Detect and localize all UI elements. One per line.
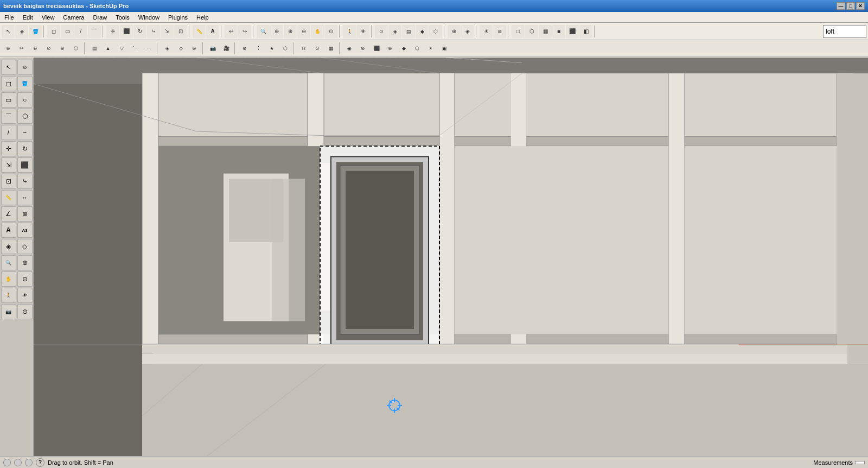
tb-rotate[interactable]: ↻ xyxy=(133,25,146,38)
tb2-vis4[interactable]: ⊕ xyxy=(384,42,397,55)
tb-push[interactable]: ⬛ xyxy=(120,25,133,38)
tb-ext1[interactable]: ⊙ xyxy=(375,25,388,38)
tb-shadows[interactable]: ☀ xyxy=(480,25,493,38)
side-rotate[interactable]: ↻ xyxy=(17,141,33,156)
side-pan[interactable]: ✋ xyxy=(1,271,16,287)
tb-pan[interactable]: ✋ xyxy=(311,25,324,38)
tb2-comp2[interactable]: ◇ xyxy=(174,42,187,55)
tb2-ruby1[interactable]: R xyxy=(297,42,310,55)
tb2-add3[interactable]: ★ xyxy=(265,42,278,55)
side-space[interactable]: ⊙ xyxy=(17,60,33,75)
tb2-vis7[interactable]: ☀ xyxy=(424,42,437,55)
side-prot[interactable]: ∠ xyxy=(1,206,16,222)
tb2-sandbox5[interactable]: ⋯ xyxy=(142,42,155,55)
menu-file[interactable]: File xyxy=(0,13,18,22)
tb-hidden[interactable]: ▦ xyxy=(539,25,552,38)
tb-select[interactable]: ↖ xyxy=(2,25,15,38)
side-advcam[interactable]: 📷 xyxy=(1,304,16,319)
viewport[interactable] xyxy=(34,58,868,456)
tb-fog[interactable]: ≋ xyxy=(493,25,506,38)
indicator-2[interactable] xyxy=(14,459,22,466)
side-freehand[interactable]: ~ xyxy=(17,125,33,140)
tb-paint[interactable]: 🪣 xyxy=(29,25,42,38)
tb2-shell[interactable]: ⬡ xyxy=(69,42,82,55)
tb2-vis3[interactable]: ⬛ xyxy=(370,42,383,55)
side-poly[interactable]: ⬡ xyxy=(17,109,33,124)
tb2-add1[interactable]: ⊕ xyxy=(238,42,251,55)
side-eraser[interactable]: ◻ xyxy=(1,76,16,91)
tb-tape[interactable]: 📏 xyxy=(193,25,206,38)
side-select[interactable]: ↖ xyxy=(1,60,16,75)
side-tape[interactable]: 📏 xyxy=(1,190,16,205)
side-rect[interactable]: ▭ xyxy=(1,92,16,107)
menu-help[interactable]: Help xyxy=(192,13,213,22)
side-section-view[interactable]: ◇ xyxy=(17,239,33,254)
tb-ext3[interactable]: ▤ xyxy=(402,25,415,38)
menu-tools[interactable]: Tools xyxy=(111,13,134,22)
tb2-cam2[interactable]: 🎥 xyxy=(220,42,233,55)
menu-edit[interactable]: Edit xyxy=(18,13,37,22)
tb-shaded[interactable]: ■ xyxy=(552,25,565,38)
side-poscam[interactable]: ⊙ xyxy=(17,304,33,319)
loft-input[interactable]: loft xyxy=(823,25,866,38)
tb2-comp1[interactable]: ◈ xyxy=(161,42,174,55)
side-look[interactable]: 👁 xyxy=(17,288,33,303)
close-button[interactable]: ✕ xyxy=(856,2,865,10)
side-zoom[interactable]: 🔍 xyxy=(1,255,16,270)
tb-zoom-out[interactable]: ⊖ xyxy=(297,25,310,38)
side-text[interactable]: A xyxy=(1,223,16,238)
tb-move[interactable]: ✛ xyxy=(106,25,119,38)
tb2-comp3[interactable]: ⊛ xyxy=(188,42,201,55)
side-move[interactable]: ✛ xyxy=(1,141,16,156)
menu-camera[interactable]: Camera xyxy=(59,13,88,22)
tb2-vis8[interactable]: ▣ xyxy=(438,42,451,55)
side-orbit[interactable]: ⊙ xyxy=(17,271,33,287)
tb-look[interactable]: 👁 xyxy=(356,25,369,38)
tb-axes[interactable]: ⊕ xyxy=(448,25,461,38)
tb-ext2[interactable]: ◈ xyxy=(388,25,401,38)
menu-plugins[interactable]: Plugins xyxy=(164,13,192,22)
tb-zoom-in[interactable]: ⊕ xyxy=(284,25,297,38)
tb2-ruby2[interactable]: ⊙ xyxy=(311,42,324,55)
measurements-input[interactable] xyxy=(855,461,865,464)
side-section[interactable]: ◈ xyxy=(1,239,16,254)
maximize-button[interactable]: □ xyxy=(846,2,855,10)
tb-ext4[interactable]: ◆ xyxy=(416,25,429,38)
tb-arc[interactable]: ⌒ xyxy=(88,25,101,38)
tb-follow[interactable]: ⤷ xyxy=(147,25,160,38)
side-zoom-ext[interactable]: ⊕ xyxy=(17,255,33,270)
side-axes[interactable]: ⊕ xyxy=(17,206,33,222)
tb-text[interactable]: A xyxy=(206,25,219,38)
indicator-1[interactable] xyxy=(3,459,11,466)
tb-textured[interactable]: ⬛ xyxy=(566,25,579,38)
tb2-trim[interactable]: ✂ xyxy=(15,42,28,55)
tb-mono[interactable]: ◧ xyxy=(579,25,592,38)
side-offset[interactable]: ⊡ xyxy=(1,174,16,189)
tb2-ruby3[interactable]: ▦ xyxy=(324,42,337,55)
side-arc[interactable]: ⌒ xyxy=(1,109,16,124)
tb-zoom-ext[interactable]: ⊕ xyxy=(270,25,283,38)
tb2-subtract[interactable]: ⊖ xyxy=(29,42,42,55)
tb2-union[interactable]: ⊕ xyxy=(56,42,69,55)
tb2-add4[interactable]: ⬡ xyxy=(279,42,292,55)
tb2-vis1[interactable]: ◉ xyxy=(343,42,356,55)
tb-rect[interactable]: ▭ xyxy=(61,25,74,38)
tb2-sandbox1[interactable]: ▤ xyxy=(88,42,101,55)
minimize-button[interactable]: — xyxy=(837,2,845,10)
tb-zoom[interactable]: 🔍 xyxy=(257,25,270,38)
side-line[interactable]: / xyxy=(1,125,16,140)
tb2-intersect[interactable]: ⊙ xyxy=(42,42,55,55)
tb-xray[interactable]: □ xyxy=(512,25,525,38)
tb-line[interactable]: / xyxy=(74,25,87,38)
tb-undo[interactable]: ↩ xyxy=(225,25,238,38)
help-icon[interactable]: ? xyxy=(36,458,44,467)
tb-scale[interactable]: ⇲ xyxy=(161,25,174,38)
menu-view[interactable]: View xyxy=(37,13,59,22)
side-follow[interactable]: ⤷ xyxy=(17,174,33,189)
tb-wire[interactable]: ⬡ xyxy=(525,25,538,38)
tb2-add2[interactable]: ⋮ xyxy=(252,42,265,55)
tb2-sandbox3[interactable]: ▽ xyxy=(115,42,128,55)
tb-ext5[interactable]: ⬡ xyxy=(429,25,442,38)
side-circle[interactable]: ○ xyxy=(17,92,33,107)
side-scale[interactable]: ⇲ xyxy=(1,157,16,173)
